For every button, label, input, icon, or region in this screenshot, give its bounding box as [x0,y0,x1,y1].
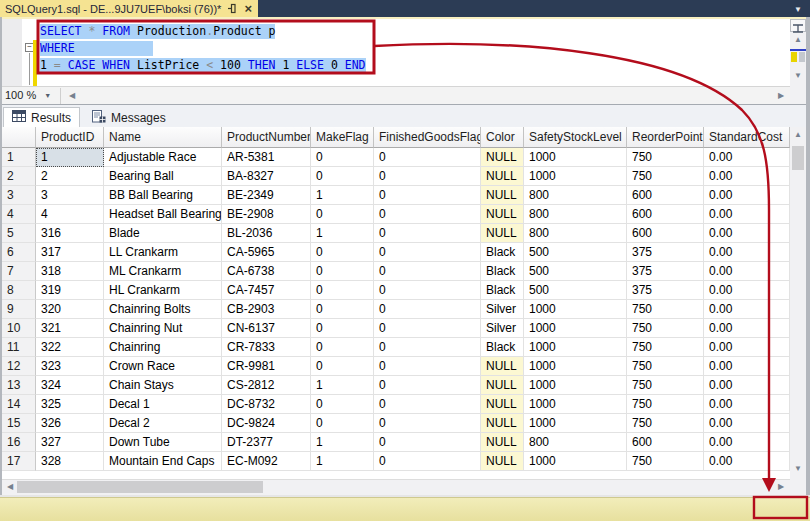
grid-cell[interactable]: 600 [627,205,704,224]
sql-code-line-3[interactable]: 1 = CASE WHEN ListPrice < 100 THEN 1 ELS… [40,57,366,74]
grid-cell[interactable]: CN-6137 [222,319,311,338]
grid-cell[interactable]: Black [481,243,524,262]
sql-editor[interactable]: − SELECT * FROM Production.Product pWHER… [0,19,790,86]
grid-cell[interactable]: 1 [311,376,374,395]
row-number-cell[interactable]: 16 [0,433,36,452]
row-number-cell[interactable]: 15 [0,414,36,433]
grid-scroll-down-icon[interactable]: ▼ [790,464,806,474]
grid-cell[interactable]: DC-8732 [222,395,311,414]
grid-cell[interactable]: 0.00 [704,186,790,205]
grid-cell[interactable]: 0 [374,300,481,319]
grid-cell[interactable]: 750 [627,452,704,471]
row-number-cell[interactable]: 14 [0,395,36,414]
grid-cell[interactable]: CA-5965 [222,243,311,262]
grid-cell[interactable]: 0 [374,357,481,376]
grid-cell[interactable]: BE-2349 [222,186,311,205]
grid-cell[interactable]: 0 [374,338,481,357]
grid-cell[interactable]: NULL [481,395,524,414]
grid-cell[interactable]: Decal 1 [104,395,222,414]
grid-cell[interactable]: 0.00 [704,357,790,376]
grid-cell[interactable]: BE-2908 [222,205,311,224]
grid-cell[interactable]: 326 [36,414,104,433]
grid-scroll-up-icon[interactable]: ▲ [790,130,806,140]
grid-cell[interactable]: 0 [374,433,481,452]
grid-cell[interactable]: 750 [627,357,704,376]
grid-cell[interactable]: 500 [524,281,627,300]
row-number-cell[interactable]: 10 [0,319,36,338]
grid-cell[interactable]: 319 [36,281,104,300]
grid-cell[interactable]: 1 [311,224,374,243]
row-number-cell[interactable]: 8 [0,281,36,300]
editor-scroll-down-icon[interactable]: ▼ [790,71,806,81]
grid-vertical-scrollbar[interactable] [790,127,806,479]
editor-scroll-left-icon[interactable]: ◀ [64,91,80,101]
column-header-ProductID[interactable]: ProductID [36,127,104,148]
grid-cell[interactable]: Headset Ball Bearings [104,205,222,224]
grid-cell[interactable]: 0.00 [704,319,790,338]
grid-cell[interactable]: 750 [627,338,704,357]
grid-cell[interactable]: Black [481,338,524,357]
grid-cell[interactable]: 0.00 [704,205,790,224]
grid-cell[interactable]: CA-6738 [222,262,311,281]
grid-cell[interactable]: 0 [374,148,481,167]
grid-cell[interactable]: NULL [481,148,524,167]
zoom-dropdown[interactable]: 100 % ▼ [5,89,51,101]
grid-cell[interactable]: 750 [627,148,704,167]
grid-cell[interactable]: Black [481,281,524,300]
grid-cell[interactable]: 750 [627,414,704,433]
grid-cell[interactable]: Chainring Nut [104,319,222,338]
sql-code[interactable]: SELECT * FROM Production.Product pWHERE1… [40,23,366,74]
grid-cell[interactable]: 1000 [524,167,627,186]
grid-cell[interactable]: 328 [36,452,104,471]
grid-cell[interactable]: 4 [36,205,104,224]
grid-cell[interactable]: EC-M092 [222,452,311,471]
grid-cell[interactable]: 600 [627,186,704,205]
grid-cell[interactable]: Bearing Ball [104,167,222,186]
grid-cell[interactable]: 0 [374,262,481,281]
editor-scroll-right-icon[interactable]: ▶ [773,91,789,101]
grid-cell[interactable]: CS-2812 [222,376,311,395]
grid-cell[interactable]: 0 [374,224,481,243]
grid-cell[interactable]: NULL [481,433,524,452]
grid-cell[interactable]: NULL [481,224,524,243]
editor-scroll-up-icon[interactable]: ▲ [790,35,806,45]
grid-cell[interactable]: Crown Race [104,357,222,376]
close-icon[interactable]: × [244,4,252,14]
grid-cell[interactable]: 0 [311,357,374,376]
grid-cell[interactable]: 0.00 [704,224,790,243]
grid-cell[interactable]: Adjustable Race [104,148,222,167]
row-number-cell[interactable]: 4 [0,205,36,224]
grid-cell[interactable]: 0 [374,395,481,414]
grid-cell[interactable]: 1000 [524,319,627,338]
grid-cell[interactable]: BA-8327 [222,167,311,186]
column-header-SafetyStockLevel[interactable]: SafetyStockLevel [524,127,627,148]
pin-icon[interactable] [227,3,237,14]
grid-cell[interactable]: CA-7457 [222,281,311,300]
grid-cell[interactable]: NULL [481,205,524,224]
tab-messages[interactable]: Messages [84,107,174,128]
grid-cell[interactable]: 0.00 [704,262,790,281]
document-tab[interactable]: SQLQuery1.sql - DE...9JU7UEF\boksi (76))… [0,0,258,17]
grid-cell[interactable]: 320 [36,300,104,319]
row-number-cell[interactable]: 7 [0,262,36,281]
row-number-header[interactable] [0,127,36,148]
grid-cell[interactable]: BL-2036 [222,224,311,243]
grid-cell[interactable]: Chain Stays [104,376,222,395]
grid-cell[interactable]: Silver [481,300,524,319]
grid-cell[interactable]: Silver [481,319,524,338]
grid-cell[interactable]: 316 [36,224,104,243]
grid-cell[interactable]: 1000 [524,452,627,471]
grid-hscrollbar-thumb[interactable] [17,481,263,493]
sql-code-line-1[interactable]: SELECT * FROM Production.Product p [40,23,366,40]
grid-cell[interactable]: 0 [374,186,481,205]
grid-cell[interactable]: Chainring Bolts [104,300,222,319]
row-number-cell[interactable]: 6 [0,243,36,262]
row-number-cell[interactable]: 12 [0,357,36,376]
grid-cell[interactable]: NULL [481,186,524,205]
grid-cell[interactable]: 1 [36,148,104,167]
grid-cell[interactable]: 1000 [524,300,627,319]
grid-cell[interactable]: 0.00 [704,281,790,300]
grid-cell[interactable]: 500 [524,243,627,262]
grid-scroll-left-icon[interactable]: ◀ [2,482,18,492]
grid-cell[interactable]: NULL [481,414,524,433]
